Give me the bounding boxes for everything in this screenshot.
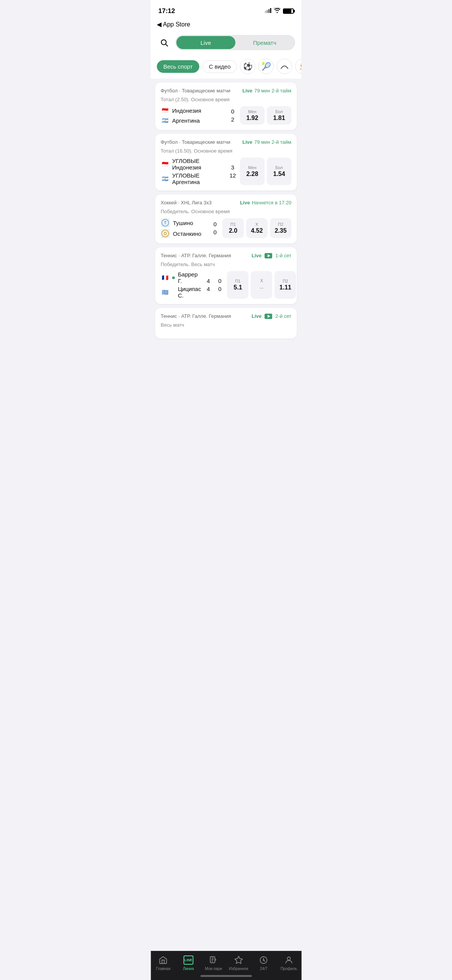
score-barrer-set: 4	[207, 278, 210, 284]
tushino-logo: T	[161, 218, 170, 227]
tennis-filter-icon[interactable]: 🎾	[258, 59, 274, 74]
back-arrow-icon: ◀	[157, 21, 161, 28]
odds-p1-value-tennis: 5.1	[233, 284, 242, 291]
team-name-tsitsipas: Циципас С.	[178, 286, 201, 299]
back-text[interactable]: App Store	[163, 21, 190, 28]
hockey-filter-icon[interactable]	[277, 59, 292, 74]
score-tushino: 0	[214, 221, 217, 227]
time-info-4: 1-й сет	[275, 253, 291, 258]
sport-filter-row: Весь спорт С видео ⚽ 🎾 🏓	[151, 56, 301, 79]
live-badge-1: Live	[242, 88, 252, 94]
live-info-5: Live 2-й сет	[251, 313, 291, 319]
odds-x-value: 4.52	[251, 227, 263, 234]
score-col-4b: 0 0	[215, 271, 224, 299]
search-button[interactable]	[157, 35, 171, 50]
score-col-2: 3 12	[228, 158, 237, 185]
teams-odds-1: 🇮🇩 Индонезия 🇦🇷 Аргентина 0 2 Мен 1.92	[161, 106, 291, 125]
teams-col-4: 🇫🇷 Баррер Г. 🇬🇷 Циципас С.	[161, 271, 201, 299]
all-sports-filter[interactable]: Весь спорт	[157, 60, 199, 73]
serving-dot-barrer	[172, 276, 175, 279]
score-tsitsipas-game: 0	[218, 286, 221, 292]
score-col-4a: 4 4	[204, 271, 212, 299]
live-badge-5: Live	[251, 313, 261, 319]
svg-rect-0	[265, 11, 266, 13]
time-info-3: Начнется в 17:20	[252, 200, 291, 206]
svg-text:T: T	[164, 221, 166, 225]
odds-men-value-2: 2.28	[246, 171, 258, 178]
odds-p2-label: П2	[278, 222, 283, 227]
odds-p2-btn[interactable]: П2 2.35	[270, 218, 291, 238]
live-badge-2: Live	[242, 139, 252, 145]
odds-bol-label-2: Бол	[275, 165, 283, 170]
score-corners-arg: 12	[230, 172, 236, 179]
match-card-2: Футбол · Товарищеские матчи Live 79 мин …	[155, 134, 297, 191]
time-info-2: 79 мин 2-й тайм	[254, 139, 291, 145]
score-tsitsipas-set: 4	[207, 286, 210, 292]
score-col-1: 0 2	[228, 106, 237, 125]
odds-men-btn-2[interactable]: Мен 2.28	[240, 158, 265, 185]
team-row-ostankino: О Останкино	[161, 229, 208, 238]
market-label-1: Тотал (2.50). Основное время	[161, 97, 291, 102]
card-header-5: Теннис · АТР. Галле. Германия Live 2-й с…	[161, 313, 291, 319]
video-icon-5	[265, 314, 272, 319]
status-bar: 17:12	[151, 0, 301, 19]
team-row-corners-indo: 🇮🇩 УГЛОВЫЕ Индонезия	[161, 158, 225, 171]
live-tab[interactable]: Live	[176, 36, 235, 49]
team-row-barrer: 🇫🇷 Баррер Г.	[161, 271, 201, 284]
odds-men-label: Мен	[248, 109, 256, 114]
team-row-corners-arg: 🇦🇷 УГЛОВЫЕ Аргентина	[161, 172, 225, 185]
match-card-5: Теннис · АТР. Галле. Германия Live 2-й с…	[155, 308, 297, 339]
odds-x-btn[interactable]: Х 4.52	[246, 218, 268, 238]
indonesia-flag: 🇮🇩	[161, 106, 169, 115]
odds-bol-btn-1[interactable]: Бол 1.81	[267, 106, 291, 125]
market-label-3: Победитель. Основное время	[161, 209, 291, 214]
team-name-barrer: Баррер Г.	[178, 271, 201, 284]
odds-p1-value: 2.0	[229, 227, 237, 234]
odds-p2-value-tennis: 1.11	[279, 284, 291, 291]
status-icons	[265, 8, 294, 15]
with-video-filter[interactable]: С видео	[202, 60, 237, 73]
odds-p2-value: 2.35	[274, 227, 286, 234]
ostankino-logo: О	[161, 229, 170, 238]
odds-buttons-1: Мен 1.92 Бол 1.81	[240, 106, 291, 125]
svg-line-7	[287, 67, 288, 69]
odds-men-label-2: Мен	[248, 165, 256, 170]
battery-icon	[283, 8, 294, 14]
tabletennis-filter-icon[interactable]: 🏓	[295, 59, 301, 74]
card-header-1: Футбол · Товарищеские матчи Live 79 мин …	[161, 88, 291, 94]
odds-men-value: 1.92	[246, 115, 258, 122]
live-prematch-toggle: Live Прематч	[175, 35, 295, 50]
back-nav[interactable]: ◀ App Store	[151, 19, 301, 31]
odds-p2-btn-tennis[interactable]: П2 1.11	[274, 271, 296, 299]
serving-dot-tsitsipas	[172, 291, 175, 294]
odds-p1-btn[interactable]: П1 2.0	[222, 218, 244, 238]
league-3: Хоккей · XHL Лига 3х3	[161, 200, 212, 206]
live-info-3: Live Начнется в 17:20	[240, 200, 291, 206]
live-badge-3: Live	[240, 200, 250, 206]
odds-buttons-3: П1 2.0 Х 4.52 П2 2.35	[222, 218, 291, 238]
score-indonesia: 0	[231, 108, 234, 115]
search-toggle-row: Live Прематч	[151, 31, 301, 56]
football-filter-icon[interactable]: ⚽	[240, 59, 255, 74]
league-1: Футбол · Товарищеские матчи	[161, 88, 230, 94]
matches-list: Футбол · Товарищеские матчи Live 79 мин …	[151, 82, 301, 381]
live-info-2: Live 79 мин 2-й тайм	[242, 139, 291, 145]
odds-bol-btn-2[interactable]: Бол 1.54	[267, 158, 291, 185]
svg-line-6	[281, 67, 282, 69]
odds-men-btn[interactable]: Мен 1.92	[240, 106, 265, 125]
svg-text:О: О	[164, 232, 167, 236]
odds-x-btn-tennis: Х –	[251, 271, 272, 299]
card-header-4: Теннис · АТР. Галле. Германия Live 1-й с…	[161, 253, 291, 258]
odds-bol-value-1: 1.81	[273, 115, 285, 122]
team-row-tsitsipas: 🇬🇷 Циципас С.	[161, 286, 201, 299]
team-row-argentina: 🇦🇷 Аргентина	[161, 116, 225, 125]
odds-x-label-tennis: Х	[260, 278, 263, 283]
odds-p1-btn-tennis[interactable]: П1 5.1	[227, 271, 248, 299]
barrer-flag: 🇫🇷	[161, 273, 169, 282]
wifi-icon	[274, 8, 281, 15]
odds-buttons-2: Мен 2.28 Бол 1.54	[240, 158, 291, 185]
prematch-tab[interactable]: Прематч	[235, 36, 294, 49]
market-label-4: Победитель. Весь матч	[161, 261, 291, 267]
svg-rect-2	[268, 9, 270, 13]
signal-icon	[265, 8, 271, 14]
